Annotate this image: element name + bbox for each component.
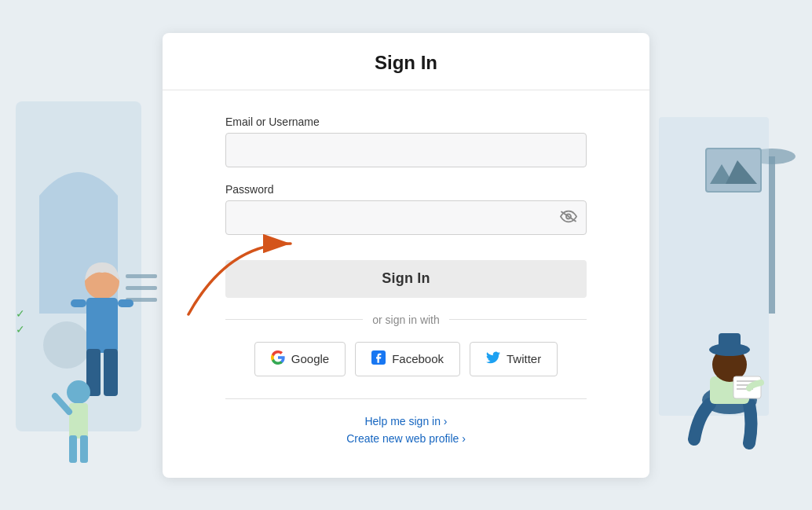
google-icon	[271, 350, 285, 368]
svg-rect-15	[69, 435, 77, 463]
password-group: Password	[225, 183, 587, 235]
help-sign-in-link[interactable]: Help me sign in ›	[225, 415, 587, 427]
left-illustration: ✓ ✓	[0, 39, 169, 510]
signin-card: Sign In Email or Username Password	[163, 33, 649, 478]
svg-point-1	[43, 321, 90, 369]
svg-rect-14	[69, 403, 88, 438]
sign-in-button[interactable]: Sign In	[225, 260, 587, 298]
card-body: Email or Username Password Sign In or	[163, 90, 649, 478]
svg-rect-12	[118, 299, 134, 307]
svg-text:✓: ✓	[16, 307, 25, 320]
page-title: Sign In	[194, 52, 618, 74]
or-text: or sign in with	[363, 314, 449, 326]
svg-rect-16	[80, 435, 88, 463]
twitter-icon	[486, 350, 500, 368]
google-signin-button[interactable]: Google	[254, 342, 346, 376]
email-input[interactable]	[225, 133, 587, 167]
social-buttons: Google Facebook Twitter	[225, 342, 587, 376]
password-label: Password	[225, 183, 587, 196]
facebook-label: Facebook	[392, 352, 444, 365]
email-group: Email or Username	[225, 116, 587, 167]
svg-rect-26	[719, 333, 741, 350]
svg-rect-18	[769, 156, 775, 314]
svg-rect-3	[126, 286, 157, 290]
password-input[interactable]	[225, 200, 587, 235]
twitter-signin-button[interactable]: Twitter	[470, 342, 558, 376]
help-links: Help me sign in › Create new web profile…	[225, 415, 587, 445]
facebook-signin-button[interactable]: Facebook	[355, 342, 460, 376]
svg-rect-10	[104, 349, 118, 396]
right-illustration	[659, 39, 812, 510]
create-profile-link[interactable]: Create new web profile ›	[225, 432, 587, 445]
card-header: Sign In	[163, 33, 649, 90]
toggle-password-icon[interactable]	[560, 210, 577, 225]
bottom-divider	[225, 398, 587, 399]
email-label: Email or Username	[225, 116, 587, 128]
password-wrapper	[225, 200, 587, 235]
svg-text:✓: ✓	[16, 323, 25, 336]
svg-rect-11	[71, 299, 86, 307]
twitter-label: Twitter	[507, 352, 541, 365]
or-divider: or sign in with	[225, 314, 587, 326]
google-label: Google	[291, 352, 329, 365]
svg-rect-8	[86, 298, 118, 353]
svg-rect-2	[126, 274, 157, 278]
facebook-icon	[371, 350, 386, 368]
svg-point-13	[67, 380, 90, 404]
